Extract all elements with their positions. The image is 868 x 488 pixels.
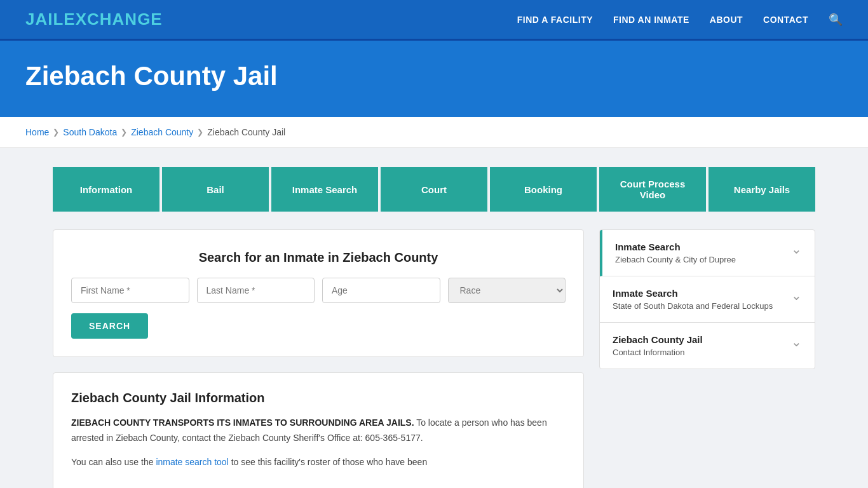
chevron-down-icon-2: ⌄ — [791, 288, 802, 303]
tab-nearby-jails[interactable]: Nearby Jails — [709, 167, 815, 212]
tab-court[interactable]: Court — [381, 167, 487, 212]
sidebar-item-state-text: Inmate Search State of South Dakota and … — [613, 288, 773, 311]
breadcrumb-south-dakota[interactable]: South Dakota — [63, 127, 117, 137]
breadcrumb-sep-3: ❯ — [197, 128, 203, 137]
chevron-down-icon-3: ⌄ — [791, 334, 802, 349]
sidebar-item-state-subtitle: State of South Dakota and Federal Lockup… — [613, 301, 773, 311]
logo-jail: JAIL — [25, 10, 64, 29]
breadcrumb-sep-1: ❯ — [53, 128, 59, 137]
tab-court-process-video[interactable]: Court Process Video — [599, 167, 706, 212]
nav-about[interactable]: ABOUT — [710, 15, 743, 25]
breadcrumb-sep-2: ❯ — [121, 128, 127, 137]
info-paragraph-1: ZIEBACH COUNTY TRANSPORTS ITS INMATES TO… — [71, 416, 566, 446]
sidebar-card: Inmate Search Ziebach County & City of D… — [599, 229, 815, 369]
breadcrumb-home[interactable]: Home — [25, 127, 49, 137]
logo-exchange: EXCHANGE — [64, 10, 162, 29]
inmate-search-link[interactable]: inmate search tool — [156, 457, 228, 467]
sidebar-item-contact-subtitle: Contact Information — [613, 348, 703, 357]
tab-booking[interactable]: Booking — [490, 167, 597, 212]
right-sidebar: Inmate Search Ziebach County & City of D… — [599, 229, 815, 369]
page-title: Ziebach County Jail — [25, 61, 843, 92]
navbar: JAILEXCHANGE FIND A FACILITY FIND AN INM… — [0, 0, 868, 41]
chevron-down-icon: ⌄ — [791, 241, 802, 257]
first-name-input[interactable] — [71, 278, 189, 303]
bold-notice: ZIEBACH COUNTY TRANSPORTS ITS INMATES TO… — [71, 417, 414, 428]
content-wrapper: Information Bail Inmate Search Court Boo… — [27, 148, 841, 488]
breadcrumb-ziebach-county[interactable]: Ziebach County — [131, 127, 193, 137]
breadcrumb-current: Ziebach County Jail — [207, 127, 285, 137]
sidebar-item-contact-title: Ziebach County Jail — [613, 334, 703, 345]
tab-bail[interactable]: Bail — [162, 167, 269, 212]
sidebar-item-contact-info[interactable]: Ziebach County Jail Contact Information … — [600, 323, 815, 369]
left-column: Search for an Inmate in Ziebach County R… — [53, 229, 584, 488]
hero-section: Ziebach County Jail — [0, 41, 868, 117]
sidebar-item-contact-text: Ziebach County Jail Contact Information — [613, 334, 703, 357]
tab-information[interactable]: Information — [53, 167, 159, 212]
tabs-bar: Information Bail Inmate Search Court Boo… — [53, 167, 815, 212]
last-name-input[interactable] — [197, 278, 315, 303]
nav-contact[interactable]: CONTACT — [763, 15, 808, 25]
info-heading: Ziebach County Jail Information — [71, 391, 566, 405]
sidebar-item-county-title: Inmate Search — [615, 241, 736, 252]
sidebar-item-county-text: Inmate Search Ziebach County & City of D… — [615, 241, 736, 264]
nav-find-inmate[interactable]: FIND AN INMATE — [613, 15, 689, 25]
info-box: Ziebach County Jail Information ZIEBACH … — [53, 372, 584, 488]
nav-links: FIND A FACILITY FIND AN INMATE ABOUT CON… — [517, 13, 843, 27]
sidebar-item-inmate-search-state[interactable]: Inmate Search State of South Dakota and … — [600, 276, 815, 323]
search-inputs-row: Race White Black Hispanic Asian Native A… — [71, 278, 566, 303]
search-button[interactable]: SEARCH — [71, 313, 148, 339]
sidebar-item-state-title: Inmate Search — [613, 288, 773, 299]
sidebar-item-county-subtitle: Ziebach County & City of Dupree — [615, 255, 736, 264]
main-layout: Search for an Inmate in Ziebach County R… — [53, 229, 815, 488]
inmate-search-box: Search for an Inmate in Ziebach County R… — [53, 229, 584, 357]
breadcrumb: Home ❯ South Dakota ❯ Ziebach County ❯ Z… — [25, 127, 843, 137]
tab-inmate-search[interactable]: Inmate Search — [271, 167, 378, 212]
site-logo[interactable]: JAILEXCHANGE — [25, 10, 163, 29]
race-select[interactable]: Race White Black Hispanic Asian Native A… — [448, 278, 566, 303]
sidebar-item-inmate-search-county[interactable]: Inmate Search Ziebach County & City of D… — [600, 230, 815, 276]
search-icon[interactable]: 🔍 — [829, 13, 843, 27]
search-heading: Search for an Inmate in Ziebach County — [71, 250, 566, 265]
breadcrumb-bar: Home ❯ South Dakota ❯ Ziebach County ❯ Z… — [0, 117, 868, 148]
age-input[interactable] — [322, 278, 440, 303]
info-paragraph-2: You can also use the inmate search tool … — [71, 455, 566, 470]
nav-find-facility[interactable]: FIND A FACILITY — [517, 15, 593, 25]
